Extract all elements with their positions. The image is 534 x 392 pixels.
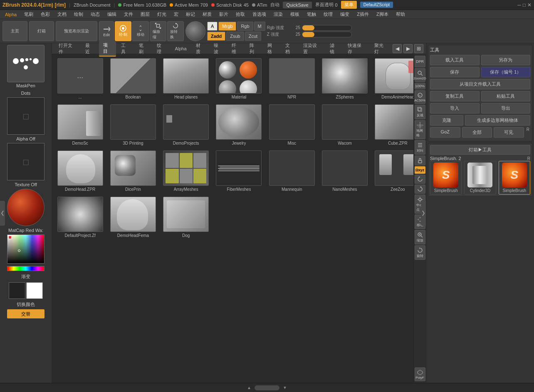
texture-thumbnail[interactable]: ◻ xyxy=(7,143,44,180)
maximize-button[interactable]: □ xyxy=(523,2,526,8)
menu-marker[interactable]: 标记 xyxy=(183,10,198,18)
menu-deform[interactable]: 编变 xyxy=(337,10,353,18)
project-item-zspheres[interactable]: ZSpheres xyxy=(320,57,369,100)
alpha-section[interactable]: ◻ Alpha Off xyxy=(7,97,44,141)
menu-material[interactable]: 材质 xyxy=(199,10,215,18)
project-item-defaultproject[interactable]: DefaultProject.Zf xyxy=(55,196,105,239)
tab-alpha[interactable]: Alpha xyxy=(171,45,190,52)
mode-mrgb-button[interactable]: Mrgb xyxy=(218,22,236,31)
menu-alpha[interactable]: Alpha xyxy=(2,11,20,18)
brush-thumbnail[interactable] xyxy=(7,45,44,82)
mode-a-button[interactable]: A xyxy=(207,22,218,31)
menu-light[interactable]: 灯光 xyxy=(154,10,170,18)
import-button[interactable]: 导入 xyxy=(430,103,480,113)
lightbox-button[interactable]: 灯箱 xyxy=(29,21,54,41)
project-item-boolean[interactable]: Boolean xyxy=(108,57,158,100)
polymesh-button[interactable]: 生成多边形网格物体 xyxy=(465,115,530,126)
left-edge-tab[interactable] xyxy=(0,201,5,226)
project-item-diceprint[interactable]: DicePrin xyxy=(108,150,158,192)
menu-pick[interactable]: 拾取 xyxy=(232,10,248,18)
menu-macro[interactable]: 宏 xyxy=(171,10,182,18)
tab-prev-icon[interactable]: ◀ xyxy=(393,44,402,53)
menu-help[interactable]: 帮助 xyxy=(393,10,408,18)
matcap-thumbnail[interactable] xyxy=(7,189,44,226)
exchange-button[interactable]: 交替 xyxy=(7,309,44,318)
project-item-misc[interactable]: Misc xyxy=(267,104,316,146)
menu-doc[interactable]: 文档 xyxy=(54,10,70,18)
minimize-button[interactable]: ─ xyxy=(517,2,521,8)
rotate3-button[interactable]: 旋转 xyxy=(415,245,425,260)
menu-layer[interactable]: 图层 xyxy=(137,10,153,18)
draw-button[interactable]: 经·制 xyxy=(115,21,131,41)
home-button[interactable]: 主页 xyxy=(2,21,27,41)
rotate-right-button[interactable] xyxy=(415,185,425,194)
zsub-button[interactable]: Zsub xyxy=(226,32,244,41)
project-item-fibermesh[interactable]: FiberMeshes xyxy=(214,150,264,192)
project-item-npr[interactable]: NPR xyxy=(267,57,316,100)
load-project-button[interactable]: 从项目文件载入工具 xyxy=(430,79,530,89)
save-num-button[interactable]: 保存（编号 1） xyxy=(481,67,531,77)
menu-brush[interactable]: 笔刷 xyxy=(21,10,37,18)
menu-zplugin[interactable]: Z插件 xyxy=(354,10,372,18)
menu-edit[interactable]: 编辑 xyxy=(104,10,120,18)
quicksave-button[interactable]: QuickSave xyxy=(283,2,312,8)
menu-render[interactable]: 渲染 xyxy=(270,10,286,18)
align-button[interactable]: 对纠 xyxy=(415,140,425,155)
menu-file[interactable]: 文件 xyxy=(121,10,136,18)
project-item-dog[interactable]: Dog xyxy=(161,196,211,239)
menu-draw[interactable]: 绘制 xyxy=(71,10,87,18)
project-item-wacom[interactable]: Wacom xyxy=(320,104,369,146)
preview-button[interactable]: 预览布尔渲染 xyxy=(56,21,97,41)
close-button[interactable]: ✕ xyxy=(527,2,532,8)
project-item-headplanes[interactable]: Head planes xyxy=(161,57,211,100)
project-item-3dprint[interactable]: 3D Printing xyxy=(108,104,158,146)
project-item-dotdotdot[interactable]: ... ... xyxy=(55,57,105,100)
copy-tool-button[interactable]: 复制工具 xyxy=(430,91,480,101)
floor-button[interactable]: 地网格 xyxy=(415,120,425,139)
export-button[interactable]: 导出 xyxy=(481,103,531,113)
menu-prefs[interactable]: 首选项 xyxy=(249,10,269,18)
clone-button[interactable]: 克隆 xyxy=(430,115,463,126)
project-item-mannequin[interactable]: Mannequin xyxy=(267,150,316,192)
menu-color[interactable]: 色彩 xyxy=(37,10,53,18)
z-strength-slider[interactable] xyxy=(302,32,352,37)
project-item-demoprojects[interactable]: DemoProjects xyxy=(161,104,211,146)
brush-preview[interactable] xyxy=(185,21,205,41)
paste-tool-button[interactable]: 粘贴工具 xyxy=(481,91,531,101)
edit-mode-button[interactable]: Edit xyxy=(99,21,114,41)
zcut-button[interactable]: Zcut xyxy=(245,32,261,41)
scroll-left-arrow[interactable]: ▲ xyxy=(245,385,253,390)
zadd-button[interactable]: Zadd xyxy=(207,32,225,41)
menu-template[interactable]: 模板 xyxy=(287,10,303,18)
menu-stroke[interactable]: 笔触 xyxy=(304,10,319,18)
menu-zscript[interactable]: Z脚本 xyxy=(373,10,392,18)
zoom-100-button[interactable]: 100% xyxy=(415,83,425,89)
dpr-button[interactable]: DPR xyxy=(415,56,425,67)
mode-rgb-button[interactable]: Rgb xyxy=(237,22,253,31)
scroll-right-arrow[interactable]: ▼ xyxy=(281,385,289,390)
swatch-black[interactable] xyxy=(9,282,25,299)
tool-card-cylinder3d[interactable]: Cylinder3D xyxy=(464,161,496,195)
rotate-left-button[interactable] xyxy=(415,175,425,184)
all-button[interactable]: 全部 xyxy=(462,127,492,138)
ac50-button[interactable]: % AC50% xyxy=(415,90,425,104)
menu-movie[interactable]: 影片 xyxy=(216,10,232,18)
tool-card-simplebrush2[interactable]: S SimpleBrush xyxy=(499,161,530,195)
alpha-thumbnail[interactable]: ◻ xyxy=(7,97,44,135)
right-edge-tab[interactable] xyxy=(421,201,426,226)
mode-m-button[interactable]: M xyxy=(254,22,265,31)
tool-card-simplebrush1[interactable]: S SimpleBrush xyxy=(430,161,462,195)
menu-button[interactable]: 菜单 xyxy=(341,1,357,9)
scale-button[interactable]: 编放缩 xyxy=(150,21,166,41)
project-item-arraymesh[interactable]: ArrayMeshes xyxy=(161,150,211,192)
zoom3-button[interactable]: 缩放 xyxy=(415,230,425,244)
lightbox-tools-button[interactable]: 灯箱▶工具 xyxy=(430,145,530,155)
tab-grid-icon[interactable]: ⊞ xyxy=(414,44,423,53)
project-item-demosc[interactable]: DemoSc xyxy=(55,104,105,146)
swatch-white[interactable] xyxy=(26,282,43,299)
save-as-button[interactable]: 另存为 xyxy=(481,55,531,65)
project-item-nanomesh[interactable]: NanoMeshes xyxy=(320,150,369,192)
zoom2d-button[interactable]: Zoom2D xyxy=(415,68,425,82)
gradient-bar[interactable] xyxy=(7,266,44,271)
project-item-demoheadfema[interactable]: DemoHeadFema xyxy=(108,196,158,239)
